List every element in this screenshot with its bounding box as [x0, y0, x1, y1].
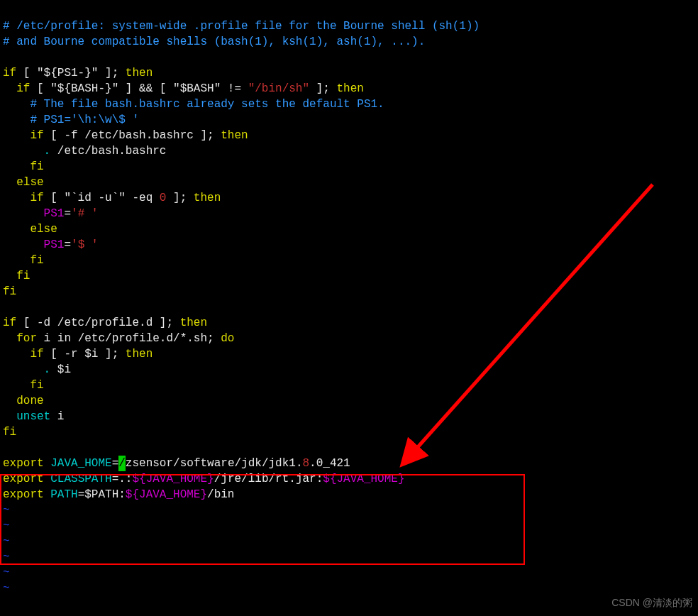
comment: # The file bash.bashrc already sets the …: [3, 98, 384, 111]
watermark: CSDN @清淡的粥: [611, 595, 692, 610]
comment: # /etc/profile: system-wide .profile fil…: [3, 20, 480, 33]
export-keyword: export: [3, 457, 44, 470]
comment: # and Bourne compatible shells (bash(1),…: [3, 35, 425, 48]
cursor: /: [118, 456, 126, 471]
comment: # PS1='\h:\w\$ ': [3, 114, 139, 126]
highlight-box: [0, 474, 525, 565]
kw-if: if: [3, 67, 16, 79]
empty-line-tilde: ~: [3, 582, 10, 595]
empty-line-tilde: ~: [3, 566, 10, 579]
